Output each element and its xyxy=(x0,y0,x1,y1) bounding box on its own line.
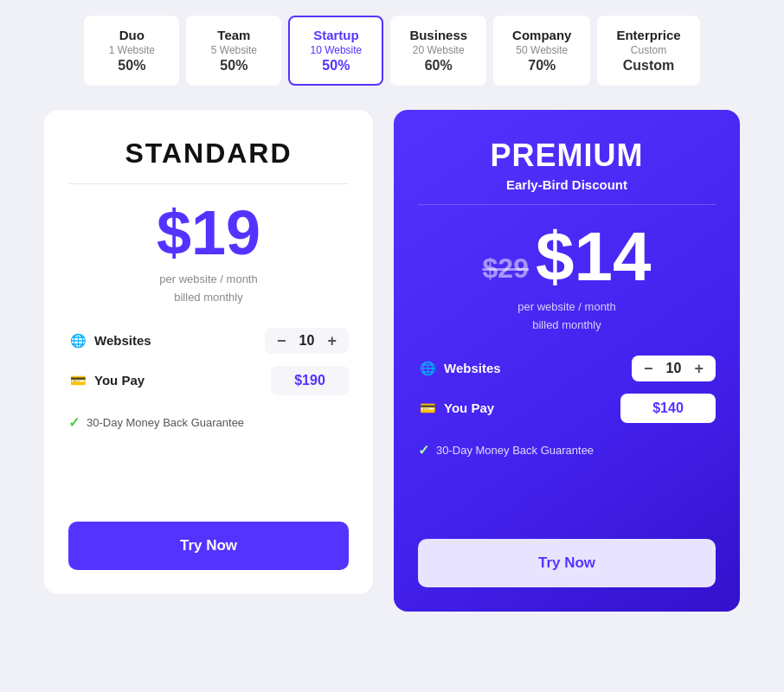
standard-qty-control: − 10 + xyxy=(265,328,349,354)
standard-youpay-row: 💳 You Pay $190 xyxy=(68,366,349,395)
standard-card: STANDARD $19 per website / monthbilled m… xyxy=(44,110,373,594)
standard-youpay-label: 💳 You Pay xyxy=(68,371,271,390)
globe-icon-standard: 🌐 xyxy=(68,331,87,350)
standard-websites-row: 🌐 Websites − 10 + xyxy=(68,328,349,354)
globe-icon-premium: 🌐 xyxy=(418,359,437,378)
plan-tab-sites-business: 20 Website xyxy=(413,44,465,56)
plan-tab-sites-duo: 1 Website xyxy=(109,44,155,56)
plan-tab-team[interactable]: Team5 Website50% xyxy=(186,16,281,86)
standard-try-now-button[interactable]: Try Now xyxy=(68,522,349,570)
standard-qty-value: 10 xyxy=(298,333,315,349)
plan-tab-discount-startup: 50% xyxy=(322,58,350,74)
plan-tab-sites-team: 5 Website xyxy=(211,44,257,56)
plan-tab-discount-duo: 50% xyxy=(118,58,145,74)
plan-tab-startup[interactable]: Startup10 Website50% xyxy=(288,16,383,86)
plan-tab-name-startup: Startup xyxy=(313,28,359,42)
standard-billing: per website / monthbilled monthly xyxy=(159,271,257,307)
standard-title: STANDARD xyxy=(125,138,292,170)
plan-tab-discount-enterprise: Custom xyxy=(623,58,675,74)
plan-tab-name-business: Business xyxy=(409,28,467,42)
plan-tab-sites-company: 50 Website xyxy=(516,44,568,56)
premium-card: PREMIUM Early-Bird Discount $29 $14 per … xyxy=(394,110,740,612)
plan-tabs-container: Duo1 Website50%Team5 Website50%Startup10… xyxy=(0,0,784,101)
check-icon-premium: ✓ xyxy=(418,442,429,458)
premium-youpay-value: $140 xyxy=(620,394,716,423)
plan-tab-sites-startup: 10 Website xyxy=(310,44,362,56)
premium-divider xyxy=(418,204,716,205)
premium-websites-row: 🌐 Websites − 10 + xyxy=(418,356,716,381)
plan-tab-duo[interactable]: Duo1 Website50% xyxy=(84,16,179,86)
card-icon-standard: 💳 xyxy=(68,371,87,390)
premium-youpay-label: 💳 You Pay xyxy=(418,399,620,418)
premium-try-now-button[interactable]: Try Now xyxy=(418,539,716,587)
plan-tab-company[interactable]: Company50 Website70% xyxy=(493,16,590,86)
premium-subtitle: Early-Bird Discount xyxy=(506,177,627,192)
premium-guarantee-row: ✓ 30-Day Money Back Guarantee xyxy=(418,442,716,458)
premium-websites-label: 🌐 Websites xyxy=(418,359,632,378)
standard-websites-label: 🌐 Websites xyxy=(68,331,265,350)
premium-title: PREMIUM xyxy=(491,138,644,174)
standard-qty-minus[interactable]: − xyxy=(277,333,286,349)
premium-price-row: $29 $14 xyxy=(483,222,652,292)
plan-tab-discount-business: 60% xyxy=(425,58,453,74)
standard-youpay-value: $190 xyxy=(271,366,349,395)
plan-tab-discount-team: 50% xyxy=(220,58,247,74)
premium-billing: per website / monthbilled monthly xyxy=(517,298,615,335)
standard-qty-plus[interactable]: + xyxy=(327,333,337,349)
premium-qty-plus[interactable]: + xyxy=(694,361,704,376)
premium-youpay-row: 💳 You Pay $140 xyxy=(418,394,716,423)
premium-qty-minus[interactable]: − xyxy=(644,361,653,376)
plan-tab-name-enterprise: Enterprice xyxy=(616,28,680,42)
plan-tab-name-company: Company xyxy=(512,28,571,42)
plan-tab-business[interactable]: Business20 Website60% xyxy=(390,16,486,86)
plan-tab-sites-enterprise: Custom xyxy=(631,44,666,56)
pricing-cards: STANDARD $19 per website / monthbilled m… xyxy=(0,101,784,638)
premium-price-new: $14 xyxy=(536,222,651,292)
premium-guarantee-text: 30-Day Money Back Guarantee xyxy=(436,444,594,457)
plan-tab-name-team: Team xyxy=(217,28,250,42)
standard-divider xyxy=(68,183,349,184)
plan-tab-name-duo: Duo xyxy=(119,28,145,42)
plan-tab-enterprise[interactable]: EnterpriceCustomCustom xyxy=(597,16,699,86)
standard-price: $19 xyxy=(157,202,260,264)
standard-guarantee-text: 30-Day Money Back Guarantee xyxy=(87,416,244,429)
premium-qty-control: − 10 + xyxy=(632,356,716,381)
check-icon-standard: ✓ xyxy=(68,414,80,431)
premium-qty-value: 10 xyxy=(665,361,682,376)
standard-guarantee-row: ✓ 30-Day Money Back Guarantee xyxy=(68,414,349,431)
plan-tab-discount-company: 70% xyxy=(528,58,556,74)
card-icon-premium: 💳 xyxy=(418,399,437,418)
premium-price-old: $29 xyxy=(483,253,529,292)
